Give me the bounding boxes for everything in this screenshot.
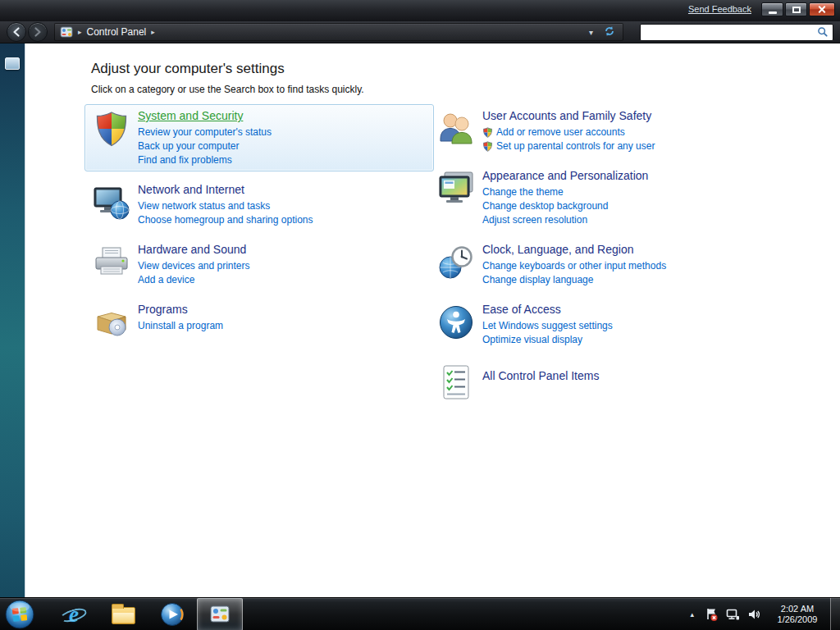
control-panel-home: Adjust your computer's settings Click on…	[25, 43, 840, 597]
security-shield-icon	[92, 109, 131, 148]
category-clock-language-region[interactable]: Clock, Language, and Region Change keybo…	[429, 238, 714, 291]
folder-icon	[112, 607, 135, 624]
categories-right-column: User Accounts and Family Safety Add or	[429, 104, 714, 413]
task-windows-suggest-settings[interactable]: Let Windows suggest settings	[482, 319, 613, 333]
taskbar: e ▴	[0, 597, 840, 630]
task-adjust-screen-resolution[interactable]: Adjust screen resolution	[482, 213, 587, 227]
show-desktop-button[interactable]	[830, 598, 840, 630]
internet-explorer-icon: e	[62, 602, 86, 627]
maximize-icon	[792, 7, 801, 13]
category-network-and-internet[interactable]: Network and Internet View network status…	[84, 178, 434, 231]
breadcrumb-arrow-icon[interactable]: ▸	[78, 28, 82, 36]
minimize-button[interactable]	[761, 2, 783, 16]
system-tray: ▴ 2:02 AM 1/	[683, 598, 840, 630]
close-button[interactable]	[809, 2, 835, 16]
address-bar[interactable]: ▸ Control Panel ▸ ▾	[54, 23, 623, 41]
control-panel-icon	[209, 604, 231, 625]
category-title-all-control-panel-items[interactable]: All Control Panel Items	[482, 368, 599, 383]
uac-shield-icon	[482, 141, 493, 152]
task-review-computer-status[interactable]: Review your computer's status	[138, 126, 272, 139]
printer-icon	[92, 243, 131, 282]
taskbar-control-panel-active[interactable]	[197, 598, 243, 630]
category-ease-of-access[interactable]: Ease of Access Let Windows suggest setti…	[429, 298, 714, 351]
software-box-icon	[92, 303, 131, 342]
task-add-device[interactable]: Add a device	[138, 273, 194, 287]
category-user-accounts[interactable]: User Accounts and Family Safety Add or	[429, 104, 714, 158]
task-uninstall-program[interactable]: Uninstall a program	[138, 319, 223, 333]
navigation-bar: ▸ Control Panel ▸ ▾	[0, 21, 840, 43]
taskbar-media-player[interactable]	[148, 598, 197, 630]
category-title-ease-of-access[interactable]: Ease of Access	[482, 302, 561, 317]
search-box[interactable]	[640, 24, 833, 41]
desktop-background	[0, 43, 25, 597]
caption-buttons	[761, 2, 835, 16]
category-appearance[interactable]: Appearance and Personalization Change th…	[429, 164, 714, 231]
network-monitor-globe-icon	[92, 183, 131, 222]
forward-button[interactable]	[28, 22, 48, 42]
back-button[interactable]	[7, 22, 26, 42]
user-accounts-icon	[436, 109, 476, 148]
control-panel-icon	[60, 25, 73, 39]
back-arrow-icon	[11, 26, 22, 38]
category-system-and-security[interactable]: System and Security Review your computer…	[84, 104, 434, 171]
category-all-control-panel-items[interactable]: All Control Panel Items	[429, 358, 714, 406]
minimize-icon	[769, 11, 777, 14]
breadcrumb-arrow-icon[interactable]: ▸	[151, 28, 155, 36]
maximize-button[interactable]	[785, 2, 807, 16]
checklist-icon	[436, 363, 476, 402]
task-view-network-status[interactable]: View network status and tasks	[138, 199, 270, 213]
tray-expand-icon[interactable]: ▴	[683, 610, 701, 619]
task-change-desktop-background[interactable]: Change desktop background	[482, 199, 608, 213]
category-title-hardware-and-sound[interactable]: Hardware and Sound	[138, 242, 246, 257]
category-hardware-and-sound[interactable]: Hardware and Sound View devices and prin…	[84, 238, 434, 291]
close-icon	[818, 5, 827, 14]
taskbar-clock[interactable]: 2:02 AM 1/26/2009	[771, 604, 824, 625]
search-icon[interactable]	[817, 26, 829, 38]
task-label: Set up parental controls for any user	[496, 139, 655, 153]
task-change-theme[interactable]: Change the theme	[482, 185, 564, 199]
task-add-remove-accounts[interactable]: Add or remove user accounts	[482, 126, 625, 139]
send-feedback-link[interactable]: Send Feedback	[688, 4, 751, 14]
task-view-devices-printers[interactable]: View devices and printers	[138, 259, 250, 273]
media-player-icon	[160, 602, 185, 627]
clock-time: 2:02 AM	[771, 604, 824, 614]
task-homegroup-sharing[interactable]: Choose homegroup and sharing options	[138, 213, 313, 227]
windows-orb-icon	[5, 600, 34, 629]
category-title-network-and-internet[interactable]: Network and Internet	[138, 182, 244, 197]
clock-globe-icon	[436, 243, 476, 282]
task-find-fix-problems[interactable]: Find and fix problems	[138, 153, 232, 167]
uac-shield-icon	[482, 127, 493, 138]
refresh-icon	[603, 25, 616, 38]
action-center-flag-icon[interactable]	[704, 607, 719, 622]
task-change-display-language[interactable]: Change display language	[482, 273, 593, 287]
category-title-user-accounts[interactable]: User Accounts and Family Safety	[482, 108, 651, 123]
forward-arrow-icon	[32, 26, 43, 38]
start-button[interactable]	[0, 598, 39, 630]
network-status-icon[interactable]	[725, 607, 740, 622]
window-titlebar: Send Feedback	[0, 0, 840, 21]
category-title-programs[interactable]: Programs	[138, 302, 188, 317]
categories-left-column: System and Security Review your computer…	[84, 104, 434, 353]
ease-of-access-icon	[436, 303, 476, 342]
task-parental-controls[interactable]: Set up parental controls for any user	[482, 139, 655, 153]
task-back-up-computer[interactable]: Back up your computer	[138, 139, 239, 153]
search-input[interactable]	[646, 26, 817, 38]
breadcrumb-control-panel[interactable]: Control Panel	[87, 26, 147, 38]
refresh-button[interactable]	[603, 25, 618, 39]
taskbar-windows-explorer[interactable]	[98, 598, 148, 630]
task-label: Add or remove user accounts	[496, 126, 625, 139]
task-optimize-visual-display[interactable]: Optimize visual display	[482, 333, 582, 347]
page-title: Adjust your computer's settings	[91, 61, 285, 77]
taskbar-internet-explorer[interactable]: e	[49, 598, 98, 630]
page-subtitle: Click on a category or use the Search bo…	[91, 84, 364, 95]
appearance-monitor-icon	[436, 169, 476, 208]
category-title-system-and-security[interactable]: System and Security	[138, 108, 243, 123]
category-title-appearance[interactable]: Appearance and Personalization	[482, 168, 648, 183]
address-dropdown-icon[interactable]: ▾	[589, 28, 593, 37]
task-change-keyboards[interactable]: Change keyboards or other input methods	[482, 259, 666, 273]
clock-date: 1/26/2009	[771, 614, 824, 625]
desktop-shortcut-icon[interactable]	[5, 57, 20, 70]
category-title-clock-language-region[interactable]: Clock, Language, and Region	[482, 242, 633, 257]
volume-speaker-icon[interactable]	[746, 607, 761, 622]
category-programs[interactable]: Programs Uninstall a program	[84, 298, 434, 346]
